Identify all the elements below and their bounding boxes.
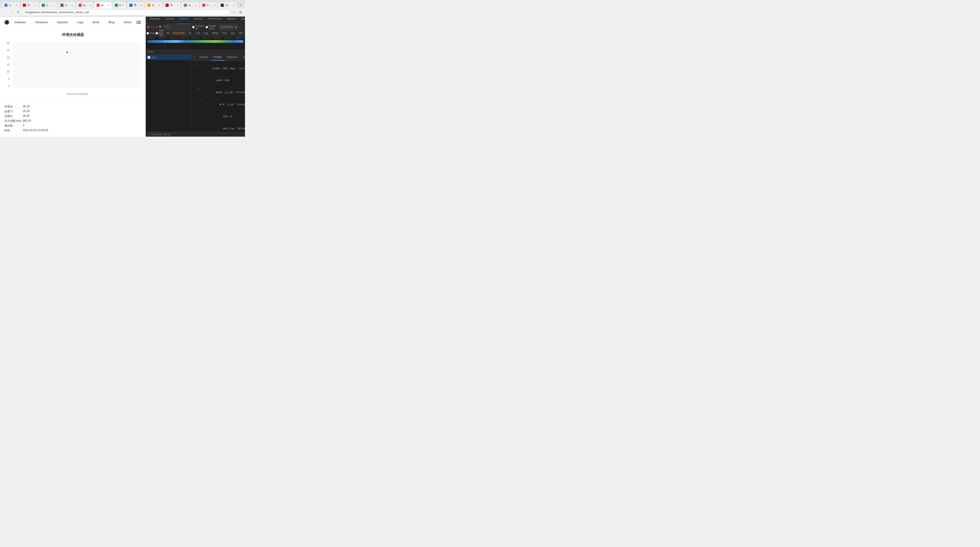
- type-filter-css[interactable]: CSS: [194, 32, 202, 35]
- devtools-tab-application[interactable]: Application: [239, 17, 245, 24]
- filter-icon[interactable]: ⊘: [156, 25, 158, 29]
- tab-amazon[interactable]: Amazon Web... ×: [145, 2, 162, 8]
- request-list-header: Name: [146, 50, 245, 55]
- tab-favicon: [42, 4, 45, 7]
- request-item-post[interactable]: post: [146, 55, 191, 60]
- tab-favicon: [4, 4, 8, 7]
- json-root[interactable]: {code: 200, msg: "success", duration: "2…: [194, 63, 242, 75]
- tab-title: 腾讯企业邮箱...: [134, 3, 139, 7]
- tab-close-icon[interactable]: ×: [122, 4, 124, 7]
- devtools-tab-performance[interactable]: Performance: [205, 17, 224, 24]
- data-value-temp: 25.29: [23, 110, 30, 113]
- tab-close-icon[interactable]: ×: [177, 4, 178, 7]
- invert-checkbox[interactable]: Invert: [146, 32, 155, 34]
- tab-favicon: [129, 4, 132, 7]
- json-data-line[interactable]: data: [{_id: "6443da55a4ce75519b1a7ff8",…: [194, 87, 242, 99]
- preserve-log-checkbox[interactable]: Preserve log: [192, 25, 204, 30]
- tab-close-icon[interactable]: ×: [140, 4, 142, 7]
- tab-close-icon[interactable]: ×: [233, 4, 234, 7]
- request-content-area: post × Headers Preview Response Initiato…: [146, 55, 245, 132]
- url-bar[interactable]: hongweizhu.com/#/weixue_environment_sens…: [22, 10, 230, 15]
- tab-close-icon[interactable]: ×: [159, 4, 160, 7]
- timeline-label-5: 5000 ms: [191, 37, 199, 39]
- detail-tab-initiator[interactable]: Initiator: [240, 55, 245, 60]
- tab-close-icon[interactable]: ×: [34, 4, 36, 7]
- tab-ssh[interactable]: ssh 连接服务器... ×: [218, 2, 237, 8]
- tab-tencent[interactable]: 腾讯企业邮箱... ×: [127, 2, 145, 8]
- devtools-tab-elements[interactable]: Elements: [148, 17, 162, 24]
- detail-tab-headers[interactable]: Headers: [197, 55, 211, 60]
- type-filter-img[interactable]: Img: [202, 32, 210, 35]
- tab-chatgpt[interactable]: ChatGPT Web... ×: [39, 2, 57, 8]
- detail-tab-response[interactable]: Response: [224, 55, 240, 60]
- tab-close-icon[interactable]: ×: [213, 4, 215, 7]
- data-value-pressure: 982.53: [23, 119, 31, 123]
- tab-title: Amazon Web...: [152, 4, 157, 6]
- detail-tab-preview[interactable]: Preview: [211, 55, 224, 60]
- request-checkbox[interactable]: [148, 56, 150, 59]
- devtools-tab-sources[interactable]: Sources: [191, 17, 205, 24]
- chart-title: 环境光传感器: [5, 33, 141, 37]
- devtools-tab-network[interactable]: Network: [177, 17, 191, 24]
- tab-insert[interactable]: Insert Data im... ×: [181, 2, 199, 8]
- tab-weixue1[interactable]: Weixue_envir... ×: [76, 2, 94, 8]
- tab-close-icon[interactable]: ×: [53, 4, 55, 7]
- detail-close-button[interactable]: ×: [191, 55, 197, 60]
- tab-favicon: [184, 4, 187, 7]
- nav-item-about[interactable]: About: [123, 19, 131, 25]
- site-logo[interactable]: [5, 20, 9, 25]
- type-filter-all[interactable]: All: [165, 32, 171, 35]
- disable-cache-checkbox[interactable]: Disable cache: [205, 25, 218, 30]
- type-filter-js[interactable]: JS: [187, 32, 193, 35]
- tab-close-icon[interactable]: ×: [89, 4, 91, 7]
- hide-data-urls-checkbox[interactable]: Hide data URLs: [156, 29, 164, 37]
- tab-csdn[interactable]: 写文章-CSDN... ×: [163, 2, 181, 8]
- timeline-label-9: 9000 ms: [235, 37, 243, 39]
- throttle-select[interactable]: No throttling: [219, 25, 238, 29]
- type-filter-font[interactable]: Font: [220, 32, 229, 35]
- bookmark-icon[interactable]: ☆: [231, 10, 237, 15]
- type-filter-media[interactable]: Media: [210, 32, 220, 35]
- data-table: 环境光 26.16 温度°C 25.29 湿度% 39.25 压力范围 hPa …: [0, 100, 145, 137]
- nav-item-book[interactable]: Book: [93, 19, 100, 25]
- nav-item-software[interactable]: Software: [14, 19, 26, 25]
- tab-c[interactable]: C_只是为了好... ×: [200, 2, 218, 8]
- tab-close-icon[interactable]: ×: [16, 4, 18, 7]
- nav-item-blog[interactable]: Blog: [108, 19, 114, 25]
- tab-close-icon[interactable]: ×: [107, 4, 109, 7]
- filter-input[interactable]: [164, 25, 191, 29]
- tab-weixue2-active[interactable]: Weixue_envir... ×: [94, 2, 112, 8]
- nav-item-airplane[interactable]: Airplane: [57, 19, 68, 25]
- tab-title: ChatGPT Web...: [46, 4, 52, 6]
- tab-close-icon[interactable]: ×: [71, 4, 73, 7]
- tab-ip[interactable]: https://172.24... ×: [58, 2, 76, 8]
- type-filter-ws[interactable]: WS: [237, 32, 245, 35]
- clear-button[interactable]: 🚫: [151, 25, 154, 29]
- devtools-top-bar: Elements Console Network Sources Perform…: [146, 17, 245, 24]
- nav-item-logo[interactable]: Logo: [77, 19, 84, 25]
- tab-newchat[interactable]: New chat ×: [112, 2, 127, 8]
- hamburger-icon[interactable]: [137, 21, 141, 24]
- json-item0-line[interactable]: ▼ 0: {_id: "6443da55a4ce75519b1a7ff8", l…: [194, 99, 242, 111]
- data-value-hum: 39.25: [23, 114, 30, 118]
- detail-tabs: × Headers Preview Response Initiator Tim…: [191, 55, 245, 61]
- forward-button[interactable]: →: [9, 10, 14, 15]
- new-tab-button[interactable]: +: [237, 2, 243, 8]
- record-button[interactable]: [148, 26, 150, 29]
- tab-close-icon[interactable]: ×: [195, 4, 197, 7]
- tab-title: Google Transl...: [9, 4, 14, 6]
- download-icon: ↓: [242, 26, 243, 29]
- search-icon[interactable]: 🔍: [159, 25, 162, 29]
- main-layout: Software Hardware Airplane Logo Book Blo…: [0, 17, 245, 137]
- timeline-label-8: 8000 ms: [224, 37, 232, 39]
- type-filter-doc[interactable]: Doc: [229, 32, 237, 35]
- type-filter-xhr[interactable]: Fetch/XHR: [172, 32, 186, 35]
- devtools-tab-memory[interactable]: Memory: [225, 17, 239, 24]
- back-button[interactable]: ←: [2, 10, 7, 15]
- tab-youdao[interactable]: 有道翻译_文本... ×: [20, 2, 39, 8]
- tab-google-translate[interactable]: Google Transl... ×: [2, 2, 20, 8]
- extensions-icon[interactable]: ⚙: [238, 10, 243, 15]
- devtools-tab-console[interactable]: Console: [163, 17, 177, 24]
- reload-button[interactable]: ↻: [16, 10, 21, 15]
- nav-item-hardware[interactable]: Hardware: [35, 19, 48, 25]
